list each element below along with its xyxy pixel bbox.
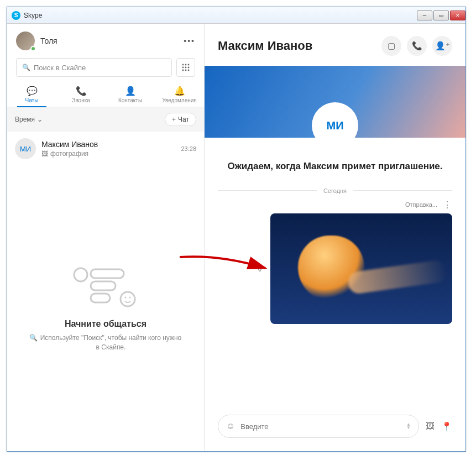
chat-header: Максим Иванов ▢ 📞 👤⁺	[205, 24, 465, 66]
svg-point-1	[185, 64, 187, 66]
message-composer: ☺ ▲▼ 🖼 📍	[218, 415, 452, 438]
message-bubble: ∿	[254, 213, 452, 324]
tab-chats[interactable]: 💬 Чаты	[7, 81, 56, 107]
current-user[interactable]: Толя •••	[7, 24, 204, 58]
svg-point-3	[182, 67, 184, 69]
image-icon: 🖼	[41, 150, 48, 158]
empty-state-title: Начните общаться	[65, 319, 147, 329]
profile-banner: МИ	[205, 66, 465, 138]
emoji-button[interactable]: ☺	[226, 421, 235, 431]
avatar	[16, 32, 35, 50]
message-more-button[interactable]: ⋮	[443, 200, 452, 210]
message-status: Отправка...	[405, 201, 437, 208]
sidebar: Толя ••• 🔍 Поиск в Скайпе	[7, 24, 205, 451]
tab-notifications[interactable]: 🔔 Уведомления	[155, 81, 204, 107]
conversation-item[interactable]: МИ Максим Иванов 🖼 фотография 23:28	[7, 132, 204, 166]
audio-call-button[interactable]: 📞	[407, 36, 427, 56]
titlebar: S Skype ─ ▭ ✕	[7, 7, 465, 24]
location-button[interactable]: 📍	[441, 421, 452, 432]
tab-calls[interactable]: 📞 Звонки	[56, 81, 106, 107]
video-call-button[interactable]: ▢	[381, 36, 401, 56]
contact-name: Максим Иванов	[41, 140, 181, 149]
sort-dropdown[interactable]: Время ⌄	[15, 116, 43, 123]
chevron-down-icon: ⌄	[37, 116, 43, 123]
svg-point-6	[182, 70, 184, 71]
contacts-icon: 👤	[125, 86, 136, 96]
contact-avatar-large: МИ	[312, 102, 358, 149]
dialpad-icon	[182, 64, 190, 71]
empty-illustration-icon	[70, 265, 142, 309]
search-icon: 🔍	[22, 64, 30, 71]
chat-icon: 💬	[27, 86, 38, 96]
search-placeholder: Поиск в Скайпе	[34, 64, 86, 72]
add-contact-button[interactable]: 👤⁺	[432, 36, 452, 56]
window-title: Skype	[24, 12, 417, 19]
video-icon: ▢	[388, 41, 395, 51]
expand-toggle[interactable]: ▲▼	[406, 423, 411, 430]
svg-point-15	[129, 297, 131, 299]
svg-point-9	[74, 268, 87, 281]
plus-icon: +	[172, 116, 176, 123]
dialpad-button[interactable]	[176, 58, 195, 77]
minimize-button[interactable]: ─	[417, 11, 432, 20]
svg-point-2	[188, 64, 190, 66]
current-user-name: Толя	[40, 36, 184, 45]
nav-tabs: 💬 Чаты 📞 Звонки 👤 Контакты 🔔 Уведомления	[7, 81, 204, 107]
phone-icon: 📞	[76, 86, 87, 96]
bell-icon: 🔔	[174, 86, 185, 96]
filter-bar: Время ⌄ + Чат	[7, 107, 204, 132]
sending-indicator-icon: ∿	[254, 263, 263, 275]
svg-rect-11	[91, 281, 116, 290]
search-icon: 🔍	[29, 333, 38, 343]
svg-rect-12	[91, 294, 110, 302]
new-chat-button[interactable]: + Чат	[165, 113, 196, 126]
message-input[interactable]	[240, 422, 401, 431]
svg-point-5	[188, 67, 190, 69]
tab-contacts[interactable]: 👤 Контакты	[106, 81, 155, 107]
svg-point-8	[188, 70, 190, 71]
presence-online-icon	[30, 46, 36, 51]
search-input[interactable]: 🔍 Поиск в Скайпе	[16, 58, 172, 77]
empty-state: Начните общаться 🔍 Используйте "Поиск", …	[7, 166, 204, 451]
attach-image-button[interactable]: 🖼	[426, 421, 435, 432]
date-separator: Сегодня	[205, 184, 465, 197]
phone-icon: 📞	[412, 41, 422, 51]
svg-point-4	[185, 67, 187, 69]
svg-point-0	[182, 64, 184, 66]
app-window: S Skype ─ ▭ ✕ Толя ••• 🔍 Поиск в Скайпе	[7, 7, 466, 452]
skype-logo-icon: S	[12, 11, 20, 20]
image-attachment[interactable]	[270, 213, 452, 324]
chat-contact-name: Максим Иванов	[218, 39, 381, 53]
empty-state-subtitle: 🔍 Используйте "Поиск", чтобы найти кого …	[29, 333, 182, 352]
chat-panel: Максим Иванов ▢ 📞 👤⁺ МИ Ожидаем, когда М…	[205, 24, 465, 451]
message-time: 23:28	[181, 145, 196, 152]
more-menu-button[interactable]: •••	[184, 36, 195, 45]
close-button[interactable]: ✕	[450, 11, 465, 20]
add-person-icon: 👤⁺	[435, 41, 450, 51]
svg-point-13	[121, 292, 135, 306]
svg-point-14	[125, 297, 127, 299]
svg-rect-10	[91, 269, 124, 278]
contact-avatar: МИ	[15, 138, 36, 159]
maximize-button[interactable]: ▭	[433, 11, 449, 20]
svg-point-7	[185, 70, 187, 71]
message-preview: 🖼 фотография	[41, 150, 181, 158]
